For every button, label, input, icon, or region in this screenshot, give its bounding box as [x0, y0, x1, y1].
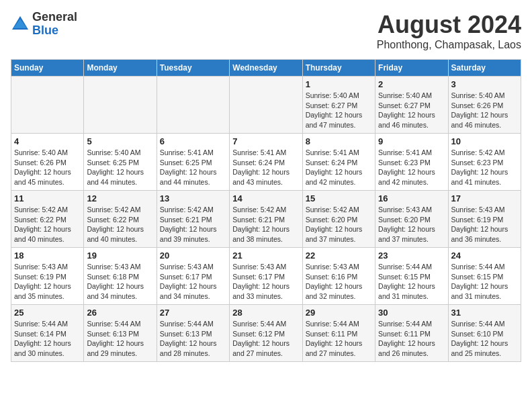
- day-info: Sunrise: 5:40 AM Sunset: 6:26 PM Dayligh…: [451, 91, 518, 130]
- calendar-title: August 2024: [377, 11, 521, 39]
- day-info: Sunrise: 5:43 AM Sunset: 6:18 PM Dayligh…: [87, 262, 153, 302]
- day-number: 19: [87, 250, 153, 261]
- day-info: Sunrise: 5:44 AM Sunset: 6:15 PM Dayligh…: [378, 262, 445, 302]
- day-number: 24: [451, 250, 518, 261]
- table-row: [11, 77, 84, 134]
- table-row: [157, 77, 229, 134]
- day-info: Sunrise: 5:42 AM Sunset: 6:21 PM Dayligh…: [232, 205, 299, 244]
- day-number: 31: [451, 308, 518, 318]
- day-info: Sunrise: 5:43 AM Sunset: 6:16 PM Dayligh…: [306, 262, 372, 302]
- day-info: Sunrise: 5:40 AM Sunset: 6:27 PM Dayligh…: [306, 91, 372, 130]
- day-number: 13: [160, 193, 226, 203]
- day-number: 9: [378, 136, 445, 146]
- day-info: Sunrise: 5:40 AM Sunset: 6:26 PM Dayligh…: [14, 148, 81, 187]
- day-info: Sunrise: 5:40 AM Sunset: 6:27 PM Dayligh…: [378, 91, 445, 130]
- day-number: 21: [232, 250, 299, 261]
- table-row: 31Sunrise: 5:44 AM Sunset: 6:10 PM Dayli…: [448, 305, 521, 362]
- day-info: Sunrise: 5:43 AM Sunset: 6:20 PM Dayligh…: [378, 205, 445, 244]
- table-row: 28Sunrise: 5:44 AM Sunset: 6:12 PM Dayli…: [230, 305, 302, 362]
- table-row: 14Sunrise: 5:42 AM Sunset: 6:21 PM Dayli…: [230, 191, 302, 248]
- header-wednesday: Wednesday: [230, 60, 302, 77]
- table-row: 22Sunrise: 5:43 AM Sunset: 6:16 PM Dayli…: [302, 248, 375, 305]
- title-block: August 2024 Phonthong, Champasak, Laos: [377, 11, 521, 51]
- day-number: 7: [232, 136, 299, 146]
- day-info: Sunrise: 5:44 AM Sunset: 6:11 PM Dayligh…: [378, 319, 445, 359]
- day-number: 28: [232, 308, 299, 318]
- day-info: Sunrise: 5:43 AM Sunset: 6:17 PM Dayligh…: [232, 262, 299, 302]
- day-info: Sunrise: 5:41 AM Sunset: 6:23 PM Dayligh…: [378, 148, 445, 187]
- svg-marker-1: [13, 19, 27, 28]
- table-row: 2Sunrise: 5:40 AM Sunset: 6:27 PM Daylig…: [375, 77, 448, 134]
- logo-icon: [11, 15, 30, 34]
- table-row: 18Sunrise: 5:43 AM Sunset: 6:19 PM Dayli…: [11, 248, 84, 305]
- table-row: 13Sunrise: 5:42 AM Sunset: 6:21 PM Dayli…: [157, 191, 229, 248]
- day-number: 29: [306, 308, 372, 318]
- day-number: 5: [87, 136, 153, 146]
- day-number: 1: [306, 79, 372, 89]
- day-number: 23: [378, 250, 445, 261]
- day-info: Sunrise: 5:44 AM Sunset: 6:15 PM Dayligh…: [451, 262, 518, 302]
- day-number: 30: [378, 308, 445, 318]
- day-number: 16: [378, 193, 445, 203]
- day-info: Sunrise: 5:41 AM Sunset: 6:24 PM Dayligh…: [306, 148, 372, 187]
- day-number: 20: [160, 250, 226, 261]
- day-info: Sunrise: 5:41 AM Sunset: 6:24 PM Dayligh…: [232, 148, 299, 187]
- day-number: 15: [306, 193, 372, 203]
- header-sunday: Sunday: [11, 60, 84, 77]
- day-number: 2: [378, 79, 445, 89]
- table-row: 24Sunrise: 5:44 AM Sunset: 6:15 PM Dayli…: [448, 248, 521, 305]
- header-monday: Monday: [84, 60, 157, 77]
- day-number: 6: [160, 136, 226, 146]
- header-tuesday: Tuesday: [157, 60, 229, 77]
- day-info: Sunrise: 5:42 AM Sunset: 6:22 PM Dayligh…: [14, 205, 81, 244]
- day-info: Sunrise: 5:44 AM Sunset: 6:12 PM Dayligh…: [232, 319, 299, 359]
- day-number: 22: [306, 250, 372, 261]
- table-row: 9Sunrise: 5:41 AM Sunset: 6:23 PM Daylig…: [375, 134, 448, 191]
- calendar-subtitle: Phonthong, Champasak, Laos: [377, 39, 521, 51]
- table-row: 5Sunrise: 5:40 AM Sunset: 6:25 PM Daylig…: [84, 134, 157, 191]
- table-row: 19Sunrise: 5:43 AM Sunset: 6:18 PM Dayli…: [84, 248, 157, 305]
- table-row: 30Sunrise: 5:44 AM Sunset: 6:11 PM Dayli…: [375, 305, 448, 362]
- header: General Blue August 2024 Phonthong, Cham…: [11, 11, 521, 51]
- table-row: 10Sunrise: 5:42 AM Sunset: 6:23 PM Dayli…: [448, 134, 521, 191]
- day-number: 12: [87, 193, 153, 203]
- day-number: 11: [14, 193, 81, 203]
- table-row: 26Sunrise: 5:44 AM Sunset: 6:13 PM Dayli…: [84, 305, 157, 362]
- day-info: Sunrise: 5:42 AM Sunset: 6:23 PM Dayligh…: [451, 148, 518, 187]
- day-number: 8: [306, 136, 372, 146]
- day-info: Sunrise: 5:40 AM Sunset: 6:25 PM Dayligh…: [87, 148, 153, 187]
- table-row: 8Sunrise: 5:41 AM Sunset: 6:24 PM Daylig…: [302, 134, 375, 191]
- day-number: 25: [14, 308, 81, 318]
- day-info: Sunrise: 5:44 AM Sunset: 6:13 PM Dayligh…: [160, 319, 226, 359]
- day-number: 3: [451, 79, 518, 89]
- header-saturday: Saturday: [448, 60, 521, 77]
- table-row: 23Sunrise: 5:44 AM Sunset: 6:15 PM Dayli…: [375, 248, 448, 305]
- header-friday: Friday: [375, 60, 448, 77]
- table-row: [84, 77, 157, 134]
- day-info: Sunrise: 5:43 AM Sunset: 6:17 PM Dayligh…: [160, 262, 226, 302]
- day-info: Sunrise: 5:44 AM Sunset: 6:14 PM Dayligh…: [14, 319, 81, 359]
- table-row: 4Sunrise: 5:40 AM Sunset: 6:26 PM Daylig…: [11, 134, 84, 191]
- calendar-table: SundayMondayTuesdayWednesdayThursdayFrid…: [11, 59, 521, 362]
- table-row: 15Sunrise: 5:42 AM Sunset: 6:20 PM Dayli…: [302, 191, 375, 248]
- day-info: Sunrise: 5:41 AM Sunset: 6:25 PM Dayligh…: [160, 148, 226, 187]
- day-info: Sunrise: 5:44 AM Sunset: 6:13 PM Dayligh…: [87, 319, 153, 359]
- table-row: 20Sunrise: 5:43 AM Sunset: 6:17 PM Dayli…: [157, 248, 229, 305]
- day-number: 18: [14, 250, 81, 261]
- table-row: 16Sunrise: 5:43 AM Sunset: 6:20 PM Dayli…: [375, 191, 448, 248]
- calendar-header: SundayMondayTuesdayWednesdayThursdayFrid…: [11, 60, 521, 77]
- logo: General Blue: [11, 11, 77, 38]
- day-number: 26: [87, 308, 153, 318]
- day-info: Sunrise: 5:43 AM Sunset: 6:19 PM Dayligh…: [14, 262, 81, 302]
- day-info: Sunrise: 5:42 AM Sunset: 6:21 PM Dayligh…: [160, 205, 226, 244]
- day-info: Sunrise: 5:42 AM Sunset: 6:22 PM Dayligh…: [87, 205, 153, 244]
- table-row: 1Sunrise: 5:40 AM Sunset: 6:27 PM Daylig…: [302, 77, 375, 134]
- table-row: 29Sunrise: 5:44 AM Sunset: 6:11 PM Dayli…: [302, 305, 375, 362]
- day-info: Sunrise: 5:44 AM Sunset: 6:10 PM Dayligh…: [451, 319, 518, 359]
- table-row: 21Sunrise: 5:43 AM Sunset: 6:17 PM Dayli…: [230, 248, 302, 305]
- table-row: 12Sunrise: 5:42 AM Sunset: 6:22 PM Dayli…: [84, 191, 157, 248]
- table-row: 3Sunrise: 5:40 AM Sunset: 6:26 PM Daylig…: [448, 77, 521, 134]
- table-row: 27Sunrise: 5:44 AM Sunset: 6:13 PM Dayli…: [157, 305, 229, 362]
- table-row: 11Sunrise: 5:42 AM Sunset: 6:22 PM Dayli…: [11, 191, 84, 248]
- day-info: Sunrise: 5:42 AM Sunset: 6:20 PM Dayligh…: [306, 205, 372, 244]
